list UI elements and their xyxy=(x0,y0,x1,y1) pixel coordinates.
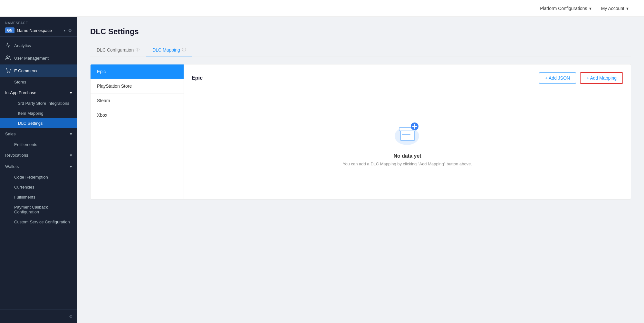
add-mapping-button[interactable]: + Add Mapping xyxy=(580,72,623,84)
sidebar-bottom: « xyxy=(0,309,77,323)
selected-platform-name: Epic xyxy=(192,75,203,81)
tabs: DLC Configuration ⓘ DLC Mapping ⓘ xyxy=(90,44,631,56)
namespace-label: NAMESPACE xyxy=(5,21,72,25)
ecommerce-icon xyxy=(5,68,11,74)
dlc-configuration-tab-label: DLC Configuration xyxy=(97,47,134,53)
add-json-button[interactable]: + Add JSON xyxy=(539,72,576,84)
empty-icon xyxy=(391,117,424,147)
sidebar-wallets-toggle[interactable]: Wallets ▾ xyxy=(0,161,77,172)
sidebar-item-analytics-label: Analytics xyxy=(14,43,31,48)
svg-point-6 xyxy=(10,72,10,72)
empty-subtitle: You can add a DLC Mapping by clicking "A… xyxy=(343,162,472,166)
sidebar-item-ecommerce-label: E Commerce xyxy=(14,68,39,73)
sidebar-sales-toggle[interactable]: Sales ▾ xyxy=(0,128,77,140)
sidebar-subitem-stores[interactable]: Stores xyxy=(0,77,77,87)
platform-content: Epic + Add JSON + Add Mapping xyxy=(184,64,631,199)
platform-header: Epic + Add JSON + Add Mapping xyxy=(192,72,623,84)
stores-label: Stores xyxy=(14,80,26,84)
sidebar-item-ecommerce[interactable]: E Commerce xyxy=(0,64,77,77)
namespace-chevron: ▾ xyxy=(64,29,65,32)
sidebar-nav: Analytics User Management xyxy=(0,37,77,309)
platform-steam-label: Steam xyxy=(97,98,110,103)
dlc-mapping-info-icon: ⓘ xyxy=(182,47,186,53)
dlc-mapping-tab-label: DLC Mapping xyxy=(152,47,180,53)
platform-item-steam[interactable]: Steam xyxy=(91,93,184,108)
dlc-settings-label: DLC Settings xyxy=(18,121,43,126)
code-redemption-label: Code Redemption xyxy=(14,175,48,180)
platform-configs-button[interactable]: Platform Configurations ▾ xyxy=(538,6,591,11)
page-title: DLC Settings xyxy=(90,27,631,36)
platform-epic-label: Epic xyxy=(97,69,106,74)
content-area: DLC Settings DLC Configuration ⓘ DLC Map… xyxy=(77,17,644,323)
sidebar-subitem-item-mapping[interactable]: Item Mapping xyxy=(0,108,77,118)
fulfillments-label: Fulfillments xyxy=(14,195,35,200)
tab-dlc-mapping[interactable]: DLC Mapping ⓘ xyxy=(146,44,192,56)
sidebar-subitem-payment-callback[interactable]: Payment Callback Configuration xyxy=(0,202,77,217)
revocations-label: Revocations xyxy=(5,153,28,158)
sidebar-subitem-dlc-settings[interactable]: DLC Settings xyxy=(0,118,77,128)
3rdparty-label: 3rd Party Store Integrations xyxy=(18,101,69,106)
inapp-label: In-App Purchase xyxy=(5,90,36,95)
empty-title: No data yet xyxy=(393,153,421,159)
namespace-gear-icon[interactable]: ⚙ xyxy=(68,28,72,33)
wallets-label: Wallets xyxy=(5,164,19,169)
my-account-button[interactable]: My Account ▾ xyxy=(599,6,629,11)
my-account-label: My Account xyxy=(601,6,624,11)
my-account-chevron: ▾ xyxy=(626,6,629,11)
platform-list: Epic PlayStation Store Steam Xbox xyxy=(91,64,184,199)
platform-playstation-label: PlayStation Store xyxy=(97,83,132,89)
entitlements-label: Entitlements xyxy=(14,142,37,147)
platform-item-xbox[interactable]: Xbox xyxy=(91,108,184,122)
item-mapping-label: Item Mapping xyxy=(18,111,43,116)
sidebar-item-user-management[interactable]: User Management xyxy=(0,52,77,64)
platform-configs-label: Platform Configurations xyxy=(540,6,587,11)
dlc-mapping-layout: Epic PlayStation Store Steam Xbox Epic +… xyxy=(90,64,631,200)
sidebar-revocations-toggle[interactable]: Revocations ▾ xyxy=(0,150,77,161)
sidebar-subitem-currencies[interactable]: Currencies xyxy=(0,182,77,192)
namespace-name: Game Namespace xyxy=(17,28,62,33)
collapse-button[interactable]: « xyxy=(69,313,72,319)
sales-chevron: ▾ xyxy=(70,132,72,136)
sidebar-subitem-custom-service[interactable]: Custom Service Configuration xyxy=(0,217,77,227)
namespace-section: NAMESPACE GN Game Namespace ▾ ⚙ xyxy=(0,17,77,37)
wallets-chevron: ▾ xyxy=(70,164,72,169)
custom-service-label: Custom Service Configuration xyxy=(14,220,70,224)
revocations-chevron: ▾ xyxy=(70,153,72,158)
sidebar: NAMESPACE GN Game Namespace ▾ ⚙ Analytic… xyxy=(0,17,77,323)
sidebar-subitem-3rdparty[interactable]: 3rd Party Store Integrations xyxy=(0,98,77,108)
inapp-chevron: ▾ xyxy=(70,90,72,95)
analytics-icon xyxy=(5,43,11,49)
platform-item-playstation[interactable]: PlayStation Store xyxy=(91,79,184,93)
platform-xbox-label: Xbox xyxy=(97,113,107,118)
platform-item-epic[interactable]: Epic xyxy=(91,64,184,79)
platform-configs-chevron: ▾ xyxy=(589,6,591,11)
sidebar-inapp-toggle[interactable]: In-App Purchase ▾ xyxy=(0,87,77,98)
sidebar-subitem-entitlements[interactable]: Entitlements xyxy=(0,140,77,150)
namespace-selector[interactable]: GN Game Namespace ▾ ⚙ xyxy=(5,27,72,33)
dlc-configuration-info-icon: ⓘ xyxy=(136,47,139,53)
main-layout: NAMESPACE GN Game Namespace ▾ ⚙ Analytic… xyxy=(0,17,644,323)
svg-point-4 xyxy=(6,56,8,57)
svg-point-5 xyxy=(7,72,7,72)
payment-callback-label: Payment Callback Configuration xyxy=(14,205,48,214)
sidebar-subitem-fulfillments[interactable]: Fulfillments xyxy=(0,192,77,202)
sales-label: Sales xyxy=(5,132,16,136)
empty-state: No data yet You can add a DLC Mapping by… xyxy=(192,92,623,191)
tab-dlc-configuration[interactable]: DLC Configuration ⓘ xyxy=(90,44,146,56)
top-header: Platform Configurations ▾ My Account ▾ xyxy=(0,0,644,17)
sidebar-item-user-management-label: User Management xyxy=(14,56,49,61)
sidebar-subitem-code-redemption[interactable]: Code Redemption xyxy=(0,172,77,182)
sidebar-item-analytics[interactable]: Analytics xyxy=(0,39,77,52)
header-buttons: + Add JSON + Add Mapping xyxy=(539,72,623,84)
namespace-badge: GN xyxy=(5,27,14,33)
svg-rect-8 xyxy=(400,130,415,141)
user-management-icon xyxy=(5,55,11,61)
currencies-label: Currencies xyxy=(14,185,34,190)
